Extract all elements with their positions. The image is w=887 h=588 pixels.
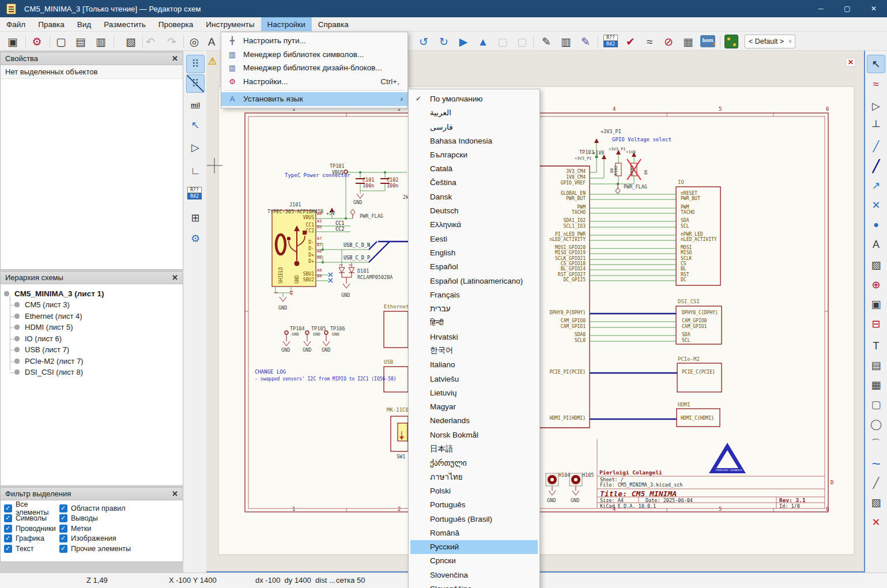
menubar-item[interactable]: Вид: [71, 17, 97, 31]
zoom-fit-text-icon[interactable]: ◎: [187, 34, 202, 49]
language-menu-item[interactable]: Eesti: [410, 232, 538, 246]
infobar-close-icon[interactable]: ✕: [846, 58, 856, 67]
simulator-icon[interactable]: ≈: [642, 34, 657, 49]
plot-icon[interactable]: ▥: [93, 34, 108, 49]
symbol-fields-table-icon[interactable]: ▦: [681, 34, 696, 49]
language-menu-item[interactable]: हिन्दी: [410, 316, 538, 330]
undo-icon[interactable]: ↶: [143, 34, 158, 49]
group-icon[interactable]: ▢: [515, 34, 530, 49]
language-menu-item[interactable]: Norsk Bokmål: [410, 428, 538, 442]
language-menu-item[interactable]: 한국어: [410, 344, 538, 357]
rotate-cw-icon[interactable]: ↻: [436, 34, 451, 49]
menubar-item[interactable]: Разместить: [97, 17, 152, 31]
language-menu-item[interactable]: Italiano: [410, 358, 538, 372]
maximize-button[interactable]: ▢: [834, 0, 860, 17]
no-connect-icon[interactable]: ✕: [867, 196, 885, 214]
library-browser-icon[interactable]: ▥: [558, 34, 573, 49]
rotate-ccw-icon[interactable]: ↺: [416, 34, 431, 49]
image-tool-icon[interactable]: ▧: [867, 493, 885, 512]
language-menu-item[interactable]: Български: [410, 148, 538, 161]
hierarchy-sheet-item[interactable]: PCIe-M2 (лист 7): [14, 356, 183, 367]
arc-tool-icon[interactable]: ⌒: [867, 435, 885, 453]
language-menu-item[interactable]: Bahasa Indonesia: [410, 134, 538, 148]
language-menu-item[interactable]: Српски: [410, 554, 538, 568]
close-icon[interactable]: ✕: [172, 489, 178, 498]
hidden-pins-icon[interactable]: ▷: [186, 138, 205, 157]
settings-menu-item[interactable]: ⚙Настройки...Ctrl+,: [221, 75, 407, 89]
hierarchy-sheet-item[interactable]: USB (лист 7): [14, 344, 183, 356]
properties-panel-icon[interactable]: ⚙: [186, 229, 205, 248]
minimize-button[interactable]: ─: [807, 0, 834, 17]
checkbox-checked-icon[interactable]: [59, 514, 67, 522]
language-menu-item[interactable]: Dansk: [410, 190, 538, 203]
circle-tool-icon[interactable]: ◯: [867, 415, 885, 434]
align-grid-icon[interactable]: ▢: [495, 34, 510, 49]
checkbox-checked-icon[interactable]: [4, 545, 12, 553]
bus-entry-icon[interactable]: ↗: [867, 176, 885, 195]
line-tool-icon[interactable]: ╱: [867, 474, 885, 492]
close-button[interactable]: ✕: [860, 0, 887, 17]
select-tool-icon[interactable]: ↖: [867, 55, 885, 73]
checkbox-checked-icon[interactable]: [59, 504, 67, 512]
filter-checkbox-item[interactable]: Области правил: [59, 504, 180, 512]
language-menu-item[interactable]: Español: [410, 260, 538, 274]
find-replace-icon[interactable]: A: [204, 34, 219, 49]
checkbox-checked-icon[interactable]: [59, 534, 67, 542]
language-menu-item[interactable]: Français: [410, 288, 538, 301]
power-port-icon[interactable]: ┴: [867, 117, 885, 135]
filter-checkbox-item[interactable]: Графика: [4, 534, 59, 543]
menubar-item[interactable]: Файл: [0, 17, 32, 31]
language-menu-item[interactable]: Čeština: [410, 176, 538, 190]
mirror-v-icon[interactable]: ▲: [475, 34, 490, 49]
settings-menu-item[interactable]: ▥Менеджер библиотек символов...: [221, 48, 407, 62]
hierarchy-sheet-item[interactable]: Ethernet (лист 4): [14, 311, 183, 322]
new-sheet-icon[interactable]: ▢: [54, 34, 69, 49]
design-block-editor-icon[interactable]: ✎: [578, 34, 593, 49]
checkbox-checked-icon[interactable]: [4, 534, 12, 542]
language-menu-item[interactable]: Português (Brasil): [410, 512, 538, 526]
annotate-icon[interactable]: R??R42: [603, 35, 618, 48]
menubar-item[interactable]: Инструменты: [199, 17, 261, 31]
mirror-h-icon[interactable]: ▶: [456, 34, 471, 49]
checkbox-checked-icon[interactable]: [59, 545, 67, 553]
filter-checkbox-item[interactable]: Символы: [4, 514, 59, 523]
units-mil-icon[interactable]: mil: [186, 96, 205, 114]
table-tool-icon[interactable]: ▦: [867, 376, 885, 394]
bom-icon[interactable]: bom: [700, 35, 715, 47]
hierarchy-sheet-item[interactable]: IO (лист 6): [14, 333, 183, 345]
junction-icon[interactable]: •: [867, 216, 885, 234]
language-menu-item[interactable]: ✓По умолчанию: [410, 92, 538, 105]
grid-visibility-icon[interactable]: ⠿: [186, 55, 205, 73]
pcb-editor-icon[interactable]: [724, 35, 738, 48]
hierarchy-sheet-item[interactable]: CM5 (лист 3): [14, 299, 183, 311]
close-icon[interactable]: ✕: [172, 273, 178, 282]
language-menu-item[interactable]: Ελληνικά: [410, 218, 538, 232]
close-icon[interactable]: ✕: [172, 54, 178, 63]
ortho-wires-icon[interactable]: ∟: [186, 161, 205, 180]
language-menu-item[interactable]: עברית: [410, 301, 538, 315]
symbol-editor-icon[interactable]: ✎: [539, 34, 554, 49]
save-icon[interactable]: ▣: [5, 34, 20, 49]
hierarchy-sheet-item[interactable]: HDMI (лист 5): [14, 322, 183, 333]
settings-menu-item[interactable]: ▥Менеджер библиотек дизайн-блоков...: [221, 61, 407, 75]
language-menu-item[interactable]: ภาษาไทย: [410, 470, 538, 484]
language-menu-item[interactable]: Português: [410, 498, 538, 512]
language-menu-item[interactable]: Català: [410, 161, 538, 175]
bus-tool-icon[interactable]: ╱: [867, 157, 885, 175]
text-tool-icon[interactable]: T: [867, 337, 885, 355]
checkbox-checked-icon[interactable]: [4, 525, 12, 533]
language-menu-item[interactable]: Slovenščina: [410, 582, 538, 588]
filter-checkbox-item[interactable]: Текст: [4, 544, 59, 553]
language-menu-item[interactable]: Español (Latinoamericano): [410, 274, 538, 288]
language-menu-item[interactable]: Magyar: [410, 400, 538, 414]
print-icon[interactable]: ▤: [73, 34, 88, 49]
menubar-item[interactable]: Проверка: [152, 17, 199, 31]
language-menu-item[interactable]: Română: [410, 526, 538, 540]
hierarchy-root-item[interactable]: CM5_MINIMA_3 (лист 1): [4, 288, 183, 299]
rectangle-tool-icon[interactable]: ▢: [867, 395, 885, 414]
checkbox-checked-icon[interactable]: [4, 504, 12, 512]
filter-checkbox-item[interactable]: Изображения: [59, 534, 180, 543]
netclass-directive-icon[interactable]: ▨: [867, 256, 885, 274]
checkbox-checked-icon[interactable]: [59, 525, 67, 533]
annotate-auto-icon[interactable]: R??R42: [187, 187, 202, 201]
